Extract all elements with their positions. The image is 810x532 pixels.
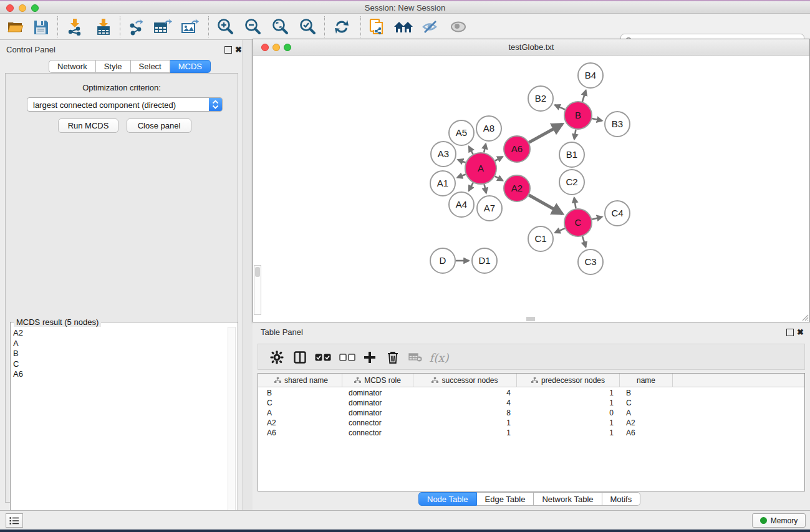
table-cell[interactable]: C: [626, 398, 667, 408]
table-cell[interactable]: B: [267, 388, 336, 398]
save-session-icon[interactable]: [30, 17, 51, 37]
task-history-button[interactable]: [6, 513, 23, 528]
function-builder-icon[interactable]: f(x): [429, 347, 449, 367]
mcds-result-scrollbar[interactable]: [228, 327, 236, 530]
table-cell[interactable]: 1: [523, 418, 614, 428]
graph-node-C4[interactable]: C4: [605, 201, 630, 226]
graph-node-C2[interactable]: C2: [559, 170, 584, 195]
graph-edge-A-A8[interactable]: [484, 144, 486, 153]
graph-node-A7[interactable]: A7: [477, 196, 502, 221]
graph-edge-A2-C[interactable]: [529, 195, 562, 214]
first-neighbors-icon[interactable]: [393, 17, 414, 37]
import-table-icon[interactable]: [93, 17, 114, 37]
close-panel-button[interactable]: Close panel: [127, 118, 191, 133]
table-cell[interactable]: A6: [267, 428, 336, 438]
graph-edge-B-B3[interactable]: [592, 118, 602, 121]
graph-node-C[interactable]: C: [564, 209, 592, 236]
graph-node-A8[interactable]: A8: [476, 116, 501, 141]
float-panel-icon[interactable]: [224, 46, 232, 54]
graph-edge-B-B1[interactable]: [574, 130, 576, 140]
graph-edge-A6-B[interactable]: [529, 124, 562, 142]
add-column-icon[interactable]: [360, 347, 380, 367]
float-table-panel-icon[interactable]: [786, 329, 794, 336]
column-header-predecessor-nodes[interactable]: predecessor nodes: [517, 374, 620, 387]
table-cell[interactable]: 1: [523, 388, 614, 398]
graph-edge-A-A7[interactable]: [485, 184, 486, 193]
close-panel-icon[interactable]: ✖: [235, 46, 243, 54]
network-canvas[interactable]: B4B2BB3A8A5A6A3B1AC2A1A2A4A7C4CC1DD1C3: [254, 56, 809, 319]
optimization-criterion-dropdown[interactable]: largest connected component (directed): [27, 97, 223, 112]
table-cell[interactable]: B: [626, 388, 667, 398]
import-network-icon[interactable]: [64, 17, 85, 37]
table-body[interactable]: Bdominator41BCdominator41CAdominator80AA…: [258, 388, 804, 438]
export-network-icon[interactable]: [126, 17, 147, 37]
delete-columns-icon[interactable]: [383, 347, 403, 367]
zoom-out-icon[interactable]: [242, 17, 263, 37]
graph-node-C3[interactable]: C3: [578, 249, 603, 274]
graph-node-C1[interactable]: C1: [528, 226, 553, 251]
network-window-titlebar[interactable]: testGlobe.txt: [253, 39, 809, 56]
table-row[interactable]: A2connector11A2: [258, 418, 804, 428]
tab-motifs[interactable]: Motifs: [602, 492, 641, 506]
zoom-fit-icon[interactable]: [269, 17, 291, 37]
mcds-result-item[interactable]: B: [13, 349, 225, 359]
zoom-selected-icon[interactable]: [297, 17, 318, 37]
table-cell[interactable]: 0: [523, 408, 614, 418]
graph-edge-B-B4[interactable]: [582, 90, 586, 102]
graph-edge-C-C2[interactable]: [574, 198, 576, 208]
column-header-name[interactable]: name: [620, 374, 673, 387]
table-cell[interactable]: 1: [420, 428, 511, 438]
table-cell[interactable]: connector: [349, 428, 407, 438]
graph-node-A3[interactable]: A3: [431, 142, 456, 167]
tab-edge-table[interactable]: Edge Table: [477, 492, 534, 506]
table-row[interactable]: Adominator80A: [258, 408, 804, 418]
node-table[interactable]: shared nameMCDS rolesuccessor nodesprede…: [258, 373, 805, 491]
export-table-icon[interactable]: [152, 17, 173, 37]
refresh-view-icon[interactable]: [331, 17, 352, 37]
graph-node-B2[interactable]: B2: [528, 86, 553, 111]
window-resize-grip[interactable]: [800, 312, 809, 321]
tab-select[interactable]: Select: [131, 60, 170, 73]
vertical-scrollbar-thumb[interactable]: [255, 267, 260, 277]
window-titlebar[interactable]: Session: New Session: [0, 1, 810, 14]
table-cell[interactable]: C: [267, 398, 336, 408]
select-all-checkboxes-icon[interactable]: [313, 347, 333, 367]
tab-node-table[interactable]: Node Table: [418, 492, 477, 506]
table-cell[interactable]: A2: [267, 418, 336, 428]
open-file-icon[interactable]: [5, 17, 26, 37]
graph-node-A5[interactable]: A5: [449, 120, 474, 145]
graph-node-A[interactable]: A: [465, 153, 496, 184]
tab-network-table[interactable]: Network Table: [534, 492, 602, 506]
table-cell[interactable]: 1: [523, 428, 614, 438]
table-cell[interactable]: 1: [420, 418, 511, 428]
table-cell[interactable]: 1: [523, 398, 614, 408]
graph-edge-C-C3[interactable]: [582, 236, 586, 247]
graph-edge-B-B2[interactable]: [555, 105, 565, 109]
graph-node-B3[interactable]: B3: [605, 112, 630, 137]
table-row[interactable]: A6connector11A6: [258, 428, 804, 438]
table-cell[interactable]: 8: [420, 408, 511, 418]
deselect-all-checkboxes-icon[interactable]: [337, 347, 357, 367]
column-header-successor-nodes[interactable]: successor nodes: [413, 374, 517, 387]
show-all-icon[interactable]: [448, 17, 469, 37]
graph-node-A4[interactable]: A4: [449, 192, 474, 217]
column-header-MCDS-role[interactable]: MCDS role: [342, 374, 413, 387]
mcds-result-list[interactable]: A2ABCA6: [13, 328, 225, 380]
table-row[interactable]: Cdominator41C: [258, 398, 804, 408]
tab-mcds[interactable]: MCDS: [170, 60, 211, 73]
graph-edge-A-A2[interactable]: [495, 177, 503, 181]
graph-edge-A-A3[interactable]: [458, 160, 465, 163]
export-image-icon[interactable]: [180, 17, 201, 37]
graph-node-B4[interactable]: B4: [578, 63, 603, 88]
mcds-result-item[interactable]: A: [13, 339, 225, 349]
graph-edge-C-C4[interactable]: [592, 217, 602, 220]
settings-gear-icon[interactable]: [267, 347, 287, 367]
graph-edge-A-A5[interactable]: [469, 147, 473, 154]
table-cell[interactable]: 4: [420, 398, 511, 408]
graph-edge-A-A4[interactable]: [469, 183, 473, 191]
graph-node-D[interactable]: D: [430, 248, 455, 273]
graph-node-A2[interactable]: A2: [504, 175, 530, 201]
mcds-result-item[interactable]: C: [13, 359, 225, 370]
table-cell[interactable]: A2: [626, 418, 667, 428]
table-cell[interactable]: dominator: [349, 388, 407, 398]
